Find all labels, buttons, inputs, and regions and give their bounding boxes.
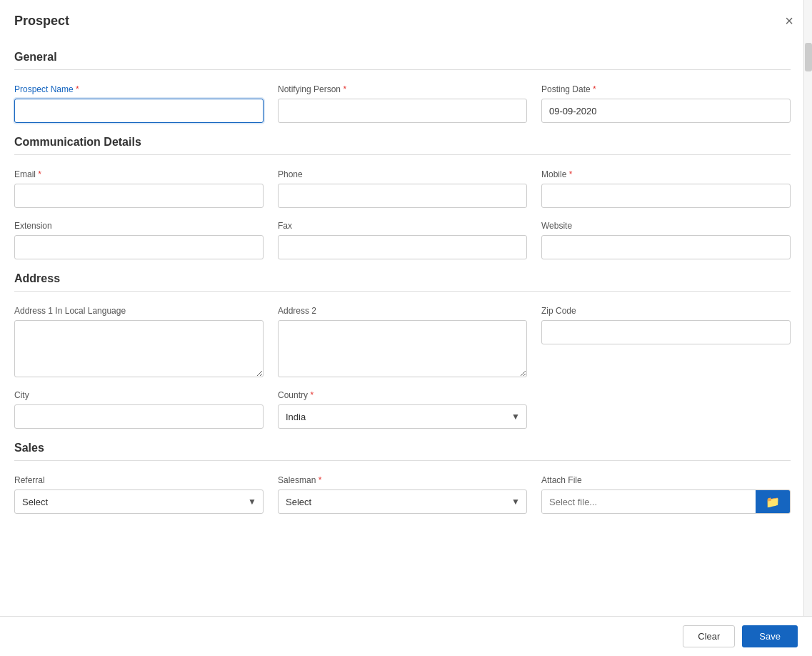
clear-button[interactable]: Clear <box>683 625 735 647</box>
zipcode-label: Zip Code <box>541 306 791 316</box>
prospect-name-label: Prospect Name * <box>14 84 264 94</box>
sales-row-1: Referral Select ▼ Salesman * <box>14 475 791 514</box>
modal-body: General Prospect Name * Notifying Person… <box>0 39 812 652</box>
prospect-name-input[interactable] <box>14 99 264 123</box>
sales-section: Sales Referral Select ▼ Salesman * <box>14 442 791 514</box>
phone-label: Phone <box>278 169 527 179</box>
website-input[interactable] <box>541 235 791 259</box>
country-select-wrapper: India ▼ <box>278 404 527 429</box>
communication-row-2: Extension Fax Website <box>14 221 791 259</box>
posting-date-required: * <box>593 84 596 94</box>
folder-icon: 📁 <box>766 495 780 509</box>
email-input[interactable] <box>14 184 264 208</box>
notifying-person-required: * <box>343 84 346 94</box>
address2-group: Address 2 <box>278 306 527 377</box>
country-required: * <box>310 390 314 400</box>
salesman-group: Salesman * Select ▼ <box>278 475 527 514</box>
city-input[interactable] <box>14 404 264 429</box>
extension-group: Extension <box>14 221 264 259</box>
city-group: City <box>14 390 264 429</box>
email-group: Email * <box>14 169 264 208</box>
country-label: Country * <box>278 390 527 400</box>
email-required: * <box>38 169 41 179</box>
close-button[interactable]: × <box>781 11 798 31</box>
notifying-person-label: Notifying Person * <box>278 84 527 94</box>
country-select[interactable]: India <box>278 404 527 429</box>
mobile-group: Mobile * <box>541 169 791 208</box>
attach-file-button[interactable]: 📁 <box>756 490 790 513</box>
sales-section-title: Sales <box>14 442 791 454</box>
phone-input[interactable] <box>278 184 527 208</box>
address2-input[interactable] <box>278 320 527 377</box>
address-row-2: City Country * India ▼ <box>14 390 791 429</box>
communication-divider <box>14 154 791 155</box>
address-divider <box>14 291 791 292</box>
fax-label: Fax <box>278 221 527 231</box>
extension-label: Extension <box>14 221 264 231</box>
website-label: Website <box>541 221 791 231</box>
notifying-person-input[interactable] <box>278 99 527 123</box>
prospect-name-required: * <box>76 84 79 94</box>
general-section-title: General <box>14 51 791 64</box>
modal-title: Prospect <box>14 14 69 29</box>
country-group: Country * India ▼ <box>278 390 527 429</box>
attach-file-input[interactable] <box>542 490 756 513</box>
address1-label: Address 1 In Local Language <box>14 306 264 316</box>
sales-divider <box>14 460 791 461</box>
address-section: Address Address 1 In Local Language Addr… <box>14 272 791 429</box>
salesman-required: * <box>319 475 322 485</box>
posting-date-group: Posting Date * <box>541 84 791 123</box>
scrollbar-track[interactable] <box>803 0 812 656</box>
address1-input[interactable] <box>14 320 264 377</box>
save-button[interactable]: Save <box>742 625 798 647</box>
salesman-select[interactable]: Select <box>278 489 527 514</box>
country-spacer <box>541 390 791 429</box>
referral-select-wrapper: Select ▼ <box>14 489 264 514</box>
posting-date-label: Posting Date * <box>541 84 791 94</box>
attach-file-wrapper: 📁 <box>541 489 791 514</box>
mobile-label: Mobile * <box>541 169 791 179</box>
referral-label: Referral <box>14 475 264 485</box>
phone-group: Phone <box>278 169 527 208</box>
referral-group: Referral Select ▼ <box>14 475 264 514</box>
modal-footer: Clear Save <box>0 616 812 656</box>
zipcode-group: Zip Code <box>541 306 791 377</box>
city-label: City <box>14 390 264 400</box>
address1-group: Address 1 In Local Language <box>14 306 264 377</box>
fax-input[interactable] <box>278 235 527 259</box>
address-row-1: Address 1 In Local Language Address 2 Zi… <box>14 306 791 377</box>
general-section: General Prospect Name * Notifying Person… <box>14 51 791 123</box>
communication-section: Communication Details Email * Phone Mo <box>14 136 791 259</box>
communication-section-title: Communication Details <box>14 136 791 149</box>
posting-date-input[interactable] <box>541 99 791 123</box>
zipcode-input[interactable] <box>541 320 791 344</box>
extension-input[interactable] <box>14 235 264 259</box>
mobile-required: * <box>569 169 573 179</box>
attach-file-label: Attach File <box>541 475 791 485</box>
general-row-1: Prospect Name * Notifying Person * Posti… <box>14 84 791 123</box>
attach-file-group: Attach File 📁 <box>541 475 791 514</box>
address-section-title: Address <box>14 272 791 285</box>
address2-label: Address 2 <box>278 306 527 316</box>
notifying-person-group: Notifying Person * <box>278 84 527 123</box>
website-group: Website <box>541 221 791 259</box>
salesman-label: Salesman * <box>278 475 527 485</box>
modal-header: Prospect × <box>0 0 812 39</box>
email-label: Email * <box>14 169 264 179</box>
scrollbar-thumb[interactable] <box>805 43 812 71</box>
mobile-input[interactable] <box>541 184 791 208</box>
general-divider <box>14 69 791 70</box>
fax-group: Fax <box>278 221 527 259</box>
prospect-name-group: Prospect Name * <box>14 84 264 123</box>
communication-row-1: Email * Phone Mobile * <box>14 169 791 208</box>
salesman-select-wrapper: Select ▼ <box>278 489 527 514</box>
referral-select[interactable]: Select <box>14 489 264 514</box>
modal: Prospect × General Prospect Name * Notif… <box>0 0 812 656</box>
